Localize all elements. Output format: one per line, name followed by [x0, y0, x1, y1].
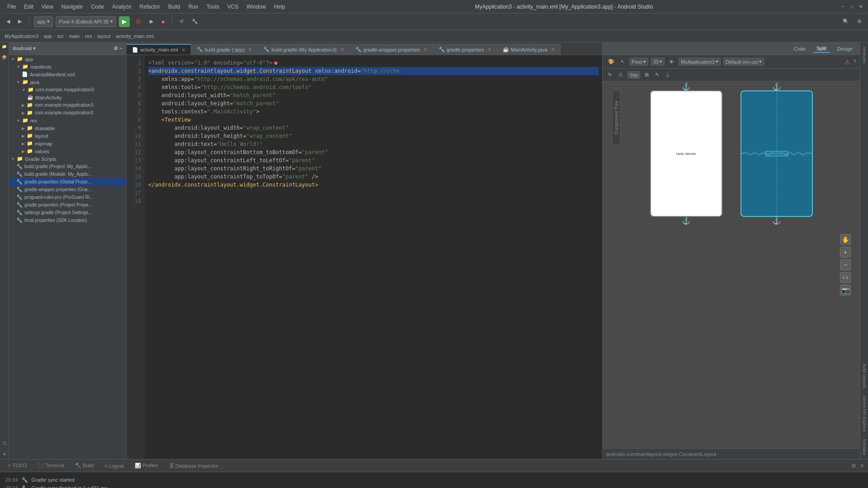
- sync-button[interactable]: ↺: [177, 18, 186, 25]
- tab-gradle-props[interactable]: 🔧 gradle.properties ✕: [433, 44, 497, 55]
- palette-icon[interactable]: 🎨: [606, 58, 616, 66]
- code-text[interactable]: <?xml version="1.0" encoding="utf-8"?>● …: [145, 55, 602, 459]
- split-tab[interactable]: Split: [813, 45, 830, 53]
- breadcrumb-res[interactable]: res: [85, 33, 92, 39]
- tree-item-pkg1[interactable]: ▼ 📁 com.example.myapplication3: [9, 86, 126, 94]
- tree-item-mipmap[interactable]: ▶ 📁 mipmap: [9, 140, 126, 147]
- zoom-out-icon[interactable]: −: [840, 259, 851, 270]
- database-inspector-tab[interactable]: 🗄 Database Inspector: [165, 462, 222, 469]
- tree-item-build-gradle-project[interactable]: 🔧 build.gradle (Project: My_Applic...: [9, 163, 126, 170]
- help-icon[interactable]: ?: [853, 59, 856, 65]
- close-tab-icon[interactable]: ✕: [182, 47, 185, 52]
- tree-item-local-props[interactable]: 🔧 local.properties (SDK Location): [9, 216, 126, 224]
- menu-analyze[interactable]: Analyze: [108, 3, 135, 11]
- breadcrumb-project[interactable]: MyApplication3: [5, 33, 38, 39]
- tree-item-androidmanifest[interactable]: 📄 AndroidManifest.xml: [9, 70, 126, 78]
- build-variants-label[interactable]: Build Variants: [861, 360, 868, 392]
- tab-build-gradle-myapp[interactable]: 🔧 build.gradle (My Application3) ✕: [258, 44, 349, 55]
- menu-refactor[interactable]: Refactor: [136, 3, 164, 11]
- back-button[interactable]: ◀: [4, 18, 13, 25]
- run-button[interactable]: ▶: [119, 16, 130, 27]
- favorites-icon[interactable]: ★: [1, 452, 8, 459]
- tab-activity-main[interactable]: 📄 activity_main.xml ✕: [127, 44, 191, 55]
- settings-button[interactable]: ⚙: [854, 18, 864, 25]
- emulator-label[interactable]: Emulator: [861, 436, 868, 459]
- tree-item-gradle-scripts[interactable]: ▼ 📁 Gradle Scripts: [9, 155, 126, 163]
- menu-help[interactable]: Help: [270, 3, 289, 11]
- tree-item-pkg2[interactable]: ▶ 📁 com.example.myapplication3: [9, 101, 126, 109]
- menu-navigate[interactable]: Navigate: [58, 3, 86, 11]
- menu-tools[interactable]: Tools: [203, 3, 223, 11]
- menu-view[interactable]: View: [38, 3, 57, 11]
- cursor-icon[interactable]: ↖: [619, 58, 627, 66]
- close-tab-icon[interactable]: ✕: [340, 47, 344, 52]
- tree-item-mainactivity[interactable]: ☕ MainActivity: [9, 94, 126, 101]
- constraint-icon[interactable]: ⊞: [643, 71, 651, 79]
- build-tab[interactable]: 🔨 Build: [71, 462, 98, 469]
- breadcrumb-main[interactable]: main: [69, 33, 80, 39]
- pixel-dropdown[interactable]: Pixel ▾: [629, 58, 648, 66]
- breadcrumb-layout[interactable]: layout: [97, 33, 110, 39]
- code-tab[interactable]: Code: [790, 45, 809, 52]
- search-everywhere-button[interactable]: 🔍: [840, 18, 852, 25]
- device-file-label[interactable]: Device File Explorer: [861, 392, 868, 436]
- menu-vcs[interactable]: VCS: [224, 3, 242, 11]
- tree-item-settings-gradle[interactable]: 🔧 settings.gradle (Project Settings...: [9, 209, 126, 216]
- tree-item-build-gradle-module[interactable]: 🔧 build.gradle (Module: My_Applic...: [9, 170, 126, 178]
- hand-tool-icon[interactable]: ✋: [840, 234, 851, 245]
- menu-run[interactable]: Run: [185, 3, 202, 11]
- margin-input[interactable]: 0dp: [627, 71, 640, 79]
- tree-item-proguard[interactable]: 🔧 proguard-rules.pro (ProGuard Ri...: [9, 193, 126, 201]
- fit-icon[interactable]: 1:1: [840, 272, 851, 283]
- close-tab-icon[interactable]: ✕: [248, 47, 252, 52]
- tree-item-drawable[interactable]: ▶ 📁 drawable: [9, 124, 126, 132]
- forward-button[interactable]: ▶: [15, 18, 24, 25]
- structure-icon[interactable]: ☰: [1, 441, 8, 448]
- close-tab-icon[interactable]: ✕: [488, 47, 491, 52]
- align-icon[interactable]: ⊥: [664, 71, 672, 79]
- run-config-dropdown[interactable]: app ▾: [34, 16, 53, 27]
- profiler-tab[interactable]: 📊 Profiler: [131, 462, 162, 469]
- device-dropdown[interactable]: Pixel 4 (Edited) API 30 ▾: [56, 16, 116, 27]
- tree-item-gradle-props-global[interactable]: 🔧 gradle.properties (Global Prope...: [9, 178, 126, 186]
- menu-window[interactable]: Window: [243, 3, 269, 11]
- warning-icon[interactable]: ⚠: [617, 71, 625, 79]
- panel-config-icon[interactable]: ⚙: [113, 46, 118, 52]
- logcat-tab[interactable]: ≡ Logcat: [101, 462, 127, 469]
- tree-item-pkg3[interactable]: ▶ 📁 com.example.myapplication3: [9, 109, 126, 117]
- tree-item-app[interactable]: ▼ 📁 app: [9, 55, 126, 63]
- coverage-button[interactable]: ▶: [147, 18, 156, 25]
- terminal-tab[interactable]: ⬛ Terminal: [34, 462, 67, 469]
- menu-file[interactable]: File: [4, 3, 19, 11]
- android-dropdown[interactable]: Android ▾: [13, 46, 36, 52]
- project-icon[interactable]: 📁: [1, 44, 8, 52]
- close-tab-icon[interactable]: ✕: [551, 47, 555, 52]
- menu-edit[interactable]: Edit: [20, 3, 37, 11]
- menu-build[interactable]: Build: [165, 3, 184, 11]
- design-tab-btn[interactable]: Design: [834, 45, 856, 52]
- code-editor[interactable]: 12345 678910 1112131415 161718 <?xml ver…: [127, 55, 602, 459]
- maximize-button[interactable]: □: [848, 3, 855, 10]
- debug-button[interactable]: 🐞: [132, 18, 144, 25]
- eyeball-icon[interactable]: 👁: [667, 58, 676, 66]
- tree-item-values[interactable]: ▶ 📁 values: [9, 147, 126, 155]
- settings-bottom-icon[interactable]: ⚙: [851, 463, 856, 469]
- zoom-dropdown[interactable]: 30 ▾: [651, 58, 665, 66]
- minimize-button[interactable]: −: [839, 3, 846, 10]
- project-dropdown[interactable]: MyApplication3 ▾: [679, 58, 721, 66]
- close-button[interactable]: ✕: [857, 3, 864, 10]
- menu-code[interactable]: Code: [87, 3, 108, 11]
- panel-collapse-icon[interactable]: −: [120, 46, 123, 52]
- tree-item-gradle-wrapper[interactable]: 🔧 gradle-wrapper.properties (Grac...: [9, 186, 126, 193]
- tree-item-layout[interactable]: ▶ 📁 layout: [9, 132, 126, 140]
- tab-mainactivity[interactable]: ☕ MainActivity.java ✕: [497, 44, 561, 55]
- tree-item-java[interactable]: ▼ 📁 java: [9, 78, 126, 86]
- todo-tab[interactable]: ✓ TODO: [4, 462, 30, 469]
- tree-item-manifests[interactable]: ▼ 📁 manifests: [9, 63, 126, 70]
- refresh-icon[interactable]: ↻: [606, 71, 614, 79]
- gradle-sync[interactable]: 🔧: [189, 18, 201, 25]
- attributes-label[interactable]: Attributes: [861, 42, 868, 67]
- stop-button[interactable]: ■: [159, 18, 167, 25]
- component-tree-label[interactable]: Component Tree: [613, 97, 620, 138]
- screenshot-icon[interactable]: 📷: [840, 285, 851, 296]
